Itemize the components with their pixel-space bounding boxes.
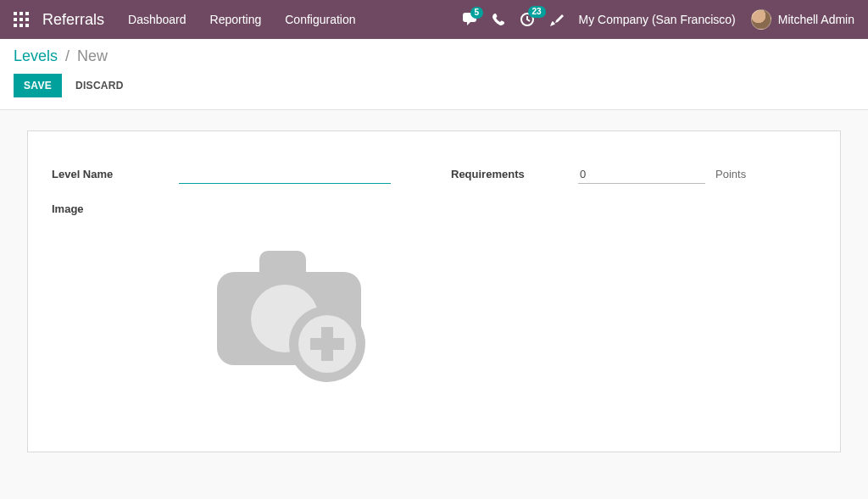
user-name: Mitchell Admin	[778, 13, 854, 26]
level-name-input[interactable]	[179, 165, 391, 184]
messages-badge: 5	[470, 7, 484, 19]
svg-rect-5	[25, 18, 29, 21]
messages-icon[interactable]: 5	[462, 13, 477, 26]
apps-icon[interactable]	[14, 12, 29, 27]
image-group: Image	[52, 202, 417, 215]
activity-icon[interactable]: 23	[520, 12, 535, 27]
phone-icon[interactable]	[492, 14, 504, 25]
tools-icon[interactable]	[550, 13, 564, 26]
breadcrumb-separator: /	[65, 47, 70, 64]
save-button[interactable]: SAVE	[14, 74, 62, 97]
avatar	[751, 9, 771, 30]
systray: 5 23 My Company (San Francisco) Mitchell…	[462, 9, 854, 30]
breadcrumb: Levels / New	[14, 47, 854, 65]
points-label: Points	[715, 168, 746, 180]
svg-rect-2	[25, 12, 29, 15]
form-row-1: Level Name Requirements Points	[52, 165, 816, 184]
nav-dashboard[interactable]: Dashboard	[128, 13, 186, 26]
svg-rect-11	[259, 251, 306, 280]
topbar: Referrals Dashboard Reporting Configurat…	[0, 0, 868, 39]
svg-rect-7	[19, 24, 23, 27]
svg-rect-6	[14, 24, 17, 27]
activity-badge: 23	[528, 6, 546, 18]
image-upload[interactable]	[179, 234, 399, 386]
discard-button[interactable]: DISCARD	[75, 80, 124, 91]
app-name[interactable]: Referrals	[42, 11, 104, 29]
svg-rect-0	[14, 12, 17, 15]
nav-configuration[interactable]: Configuration	[285, 13, 355, 26]
form-sheet: Level Name Requirements Points Image	[27, 130, 841, 452]
breadcrumb-current: New	[77, 47, 108, 64]
user-menu[interactable]: Mitchell Admin	[751, 9, 854, 30]
svg-rect-4	[19, 18, 23, 21]
level-name-group: Level Name	[52, 165, 417, 184]
requirements-label: Requirements	[451, 168, 578, 180]
svg-rect-16	[310, 338, 344, 350]
nav-links: Dashboard Reporting Configuration	[128, 13, 355, 26]
cp-buttons: SAVE DISCARD	[14, 74, 854, 97]
company-switcher[interactable]: My Company (San Francisco)	[579, 13, 736, 26]
requirements-group: Requirements Points	[451, 165, 816, 184]
svg-rect-1	[19, 12, 23, 15]
form-row-2: Image	[52, 202, 816, 215]
svg-rect-8	[25, 24, 29, 27]
level-name-label: Level Name	[52, 168, 179, 180]
nav-reporting[interactable]: Reporting	[210, 13, 262, 26]
image-label: Image	[52, 202, 179, 215]
sheet-wrap: Level Name Requirements Points Image	[0, 110, 868, 473]
svg-rect-3	[14, 18, 17, 21]
breadcrumb-root[interactable]: Levels	[14, 47, 58, 64]
control-panel: Levels / New SAVE DISCARD	[0, 39, 868, 110]
requirements-input[interactable]	[578, 165, 705, 184]
